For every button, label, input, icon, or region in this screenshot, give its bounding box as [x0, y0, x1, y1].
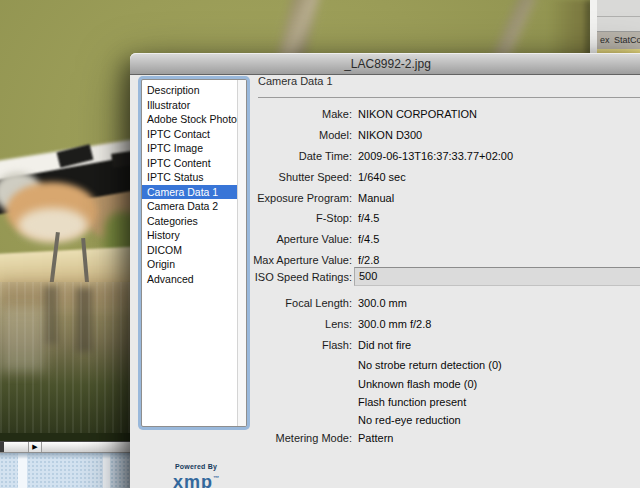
blue-window-top-shadow	[0, 452, 150, 459]
scroll-right-button[interactable]: ▶	[28, 442, 42, 452]
photo-edge-shading	[548, 0, 590, 60]
flash-detail-line: Flash function present	[358, 396, 466, 408]
heading-separator	[258, 97, 640, 98]
field-value-f-stop: f/4.5	[358, 212, 379, 224]
background-blue-window	[0, 452, 150, 488]
field-value-flash: Did not fire	[358, 339, 411, 351]
field-label-flash: Flash:	[218, 339, 352, 351]
field-value-aperture-value: f/4.5	[358, 233, 379, 245]
desktop: ▶ ex StatCo _LAC8992-2.jpg Description I…	[0, 0, 640, 488]
field-label-make: Make:	[218, 108, 352, 120]
right-arrow-icon: ▶	[32, 443, 37, 450]
field-value-date-time: 2009-06-13T16:37:33.77+02:00	[358, 150, 513, 162]
field-label-metering-mode: Metering Mode:	[218, 432, 352, 444]
field-label-shutter-speed: Shutter Speed:	[218, 171, 352, 183]
browser-tab[interactable]: StatCo	[614, 32, 640, 49]
field-value-focal-length: 300.0 mm	[358, 297, 407, 309]
dialog-titlebar[interactable]: _LAC8992-2.jpg	[130, 53, 640, 75]
field-value-model: NIKON D300	[358, 129, 422, 141]
field-label-model: Model:	[218, 129, 352, 141]
field-label-max-aperture-value: Max Aperture Value:	[218, 254, 352, 266]
field-label-lens: Lens:	[218, 318, 352, 330]
field-label-exposure-program: Exposure Program:	[218, 192, 352, 204]
flash-detail-line: No strobe return detection (0)	[358, 359, 502, 371]
field-value-metering-mode: Pattern	[358, 432, 393, 444]
field-label-focal-length: Focal Length:	[218, 297, 352, 309]
background-browser-window: ex StatCo	[590, 0, 640, 57]
field-value-shutter-speed: 1/640 sec	[358, 171, 406, 183]
field-value-lens: 300.0 mm f/2.8	[358, 318, 431, 330]
bird-belly	[18, 208, 88, 242]
browser-tab-bar: ex StatCo	[597, 32, 640, 49]
dialog-title: _LAC8992-2.jpg	[344, 57, 431, 71]
field-label-f-stop: F-Stop:	[218, 212, 352, 224]
field-value-make: NIKON CORPORATION	[358, 108, 477, 120]
powered-by-label: Powered By	[148, 463, 244, 470]
field-label-date-time: Date Time:	[218, 150, 352, 162]
xmp-logo: xmp™	[148, 470, 244, 488]
field-label-iso-speed-ratings: ISO Speed Ratings:	[218, 271, 352, 283]
flash-detail-line: Unknown flash mode (0)	[358, 378, 477, 390]
scrollbar-stub	[0, 442, 4, 452]
field-value-exposure-program: Manual	[358, 192, 394, 204]
xmp-footer: Powered By xmp™	[148, 463, 244, 488]
browser-toolbar-divider	[597, 16, 640, 17]
iso-speed-ratings-field[interactable]: 500	[354, 267, 640, 286]
flash-detail-line: No red-eye reduction	[358, 414, 461, 426]
panel-heading: Camera Data 1	[258, 75, 333, 87]
field-label-aperture-value: Aperture Value:	[218, 233, 352, 245]
browser-tab[interactable]: ex	[600, 32, 610, 49]
field-value-max-aperture-value: f/2.8	[358, 254, 379, 266]
sidebar-item-description[interactable]: Description	[142, 83, 246, 98]
trademark-symbol: ™	[213, 475, 219, 481]
file-info-dialog: _LAC8992-2.jpg Description Illustrator A…	[130, 53, 640, 488]
